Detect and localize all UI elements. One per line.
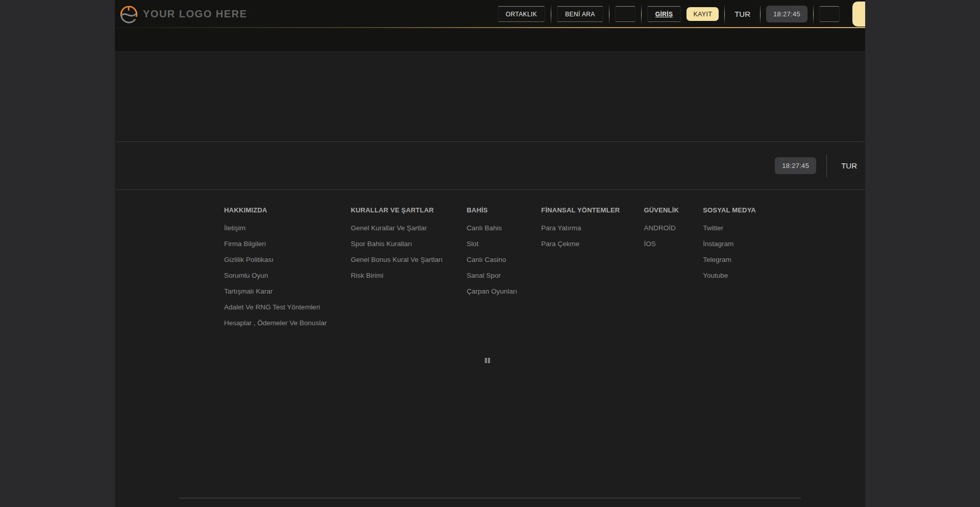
sub-header-strip: [115, 28, 865, 52]
nav-separator: [813, 4, 814, 25]
ortaklik-label: ORTAKLIK: [506, 11, 537, 18]
clock-language-row: 18:27:45 TUR: [115, 142, 865, 190]
footer: HAKKIMIZDAİletişimFirma BilgileriGizlili…: [115, 190, 865, 506]
footer-link[interactable]: Adalet Ve RNG Test Yöntemleri: [224, 304, 327, 311]
footer-column: KURALLAR VE ŞARTLARGenel Kurallar Ve Şar…: [351, 206, 443, 335]
language-selector[interactable]: TUR: [837, 161, 861, 170]
top-nav-bar: YOUR LOGO HERE ORTAKLIK BENİ ARA GİRİŞ K…: [115, 0, 865, 28]
clock-badge: 18:27:45: [766, 6, 807, 22]
row-separator: [826, 155, 827, 177]
logo-text: YOUR LOGO HERE: [143, 8, 247, 20]
nav-separator: [551, 4, 551, 25]
giris-button[interactable]: GİRİŞ: [647, 6, 681, 22]
footer-column-title: KURALLAR VE ŞARTLAR: [351, 206, 443, 214]
footer-column: BAHİSCanlı BahisSlotCanlı CasinoSanal Sp…: [467, 206, 517, 335]
footer-link[interactable]: Twitter: [703, 225, 756, 232]
footer-column-title: BAHİS: [467, 206, 517, 214]
footer-column-title: HAKKIMIZDA: [224, 206, 327, 214]
footer-link[interactable]: Sorumlu Oyun: [224, 272, 327, 279]
gold-divider-line: [115, 27, 865, 28]
footer-column: GÜVENLİKANDROİDİOS: [644, 206, 679, 335]
footer-link[interactable]: Çarpan Oyunları: [467, 288, 517, 295]
top-nav-items: ORTAKLIK BENİ ARA GİRİŞ KAYIT TUR 18:27:…: [498, 0, 865, 28]
giris-label: GİRİŞ: [655, 11, 673, 18]
footer-link[interactable]: Para Yatırma: [541, 225, 620, 232]
footer-link[interactable]: Gizlilik Politikası: [224, 256, 327, 263]
footer-columns: HAKKIMIZDAİletişimFirma BilgileriGizlili…: [115, 190, 865, 335]
footer-column-title: FİNANSAL YÖNTEMLER: [541, 206, 620, 214]
empty-nav-button[interactable]: [819, 6, 840, 22]
footer-link[interactable]: Canlı Casino: [467, 256, 517, 263]
footer-column-title: SOSYAL MEDYA: [703, 206, 756, 214]
page-content: YOUR LOGO HERE ORTAKLIK BENİ ARA GİRİŞ K…: [115, 0, 865, 507]
swoosh-globe-icon: [119, 5, 138, 24]
footer-link[interactable]: ANDROİD: [644, 225, 679, 232]
site-logo[interactable]: YOUR LOGO HERE: [119, 5, 247, 24]
footer-column-title: GÜVENLİK: [644, 206, 679, 214]
kayit-label: KAYIT: [693, 11, 712, 18]
footer-link[interactable]: Telegram: [703, 256, 756, 263]
footer-column: HAKKIMIZDAİletişimFirma BilgileriGizlili…: [224, 206, 327, 335]
footer-link[interactable]: Risk Birimi: [351, 272, 443, 279]
footer-link[interactable]: Firma Bilgileri: [224, 240, 327, 248]
empty-nav-button[interactable]: [615, 6, 635, 22]
broken-image-icon: [484, 357, 491, 364]
footer-link[interactable]: İletişim: [224, 225, 327, 232]
footer-link[interactable]: İnstagram: [703, 240, 756, 248]
footer-link[interactable]: Genel Bonus Kural Ve Şartları: [351, 256, 443, 263]
footer-link[interactable]: Spor Bahis Kuralları: [351, 240, 443, 248]
footer-link[interactable]: Para Çekme: [541, 240, 620, 248]
empty-content-section: [115, 52, 865, 142]
footer-column: FİNANSAL YÖNTEMLERPara YatırmaPara Çekme: [541, 206, 620, 335]
footer-link[interactable]: Sanal Spor: [467, 272, 517, 279]
footer-link[interactable]: Tartışmalı Karar: [224, 288, 327, 295]
cutoff-promo-tab[interactable]: [852, 2, 865, 27]
clock-badge: 18:27:45: [775, 157, 816, 174]
footer-link[interactable]: Canlı Bahis: [467, 225, 517, 232]
footer-link[interactable]: Genel Kurallar Ve Şartlar: [351, 225, 443, 232]
footer-link[interactable]: Slot: [467, 240, 517, 248]
footer-link[interactable]: Youtube: [703, 272, 756, 279]
kayit-button[interactable]: KAYIT: [687, 7, 719, 21]
ortaklik-button[interactable]: ORTAKLIK: [498, 6, 545, 22]
nav-separator: [724, 4, 725, 25]
footer-bottom-divider: [179, 498, 801, 498]
nav-separator: [609, 4, 609, 25]
footer-column: SOSYAL MEDYATwitterİnstagramTelegramYout…: [703, 206, 756, 335]
footer-link[interactable]: Hesaplar , Ödemeler Ve Bonuslar: [224, 320, 327, 327]
nav-separator: [760, 4, 761, 25]
beni-ara-button[interactable]: BENİ ARA: [557, 6, 603, 22]
footer-link[interactable]: İOS: [644, 240, 679, 248]
beni-ara-label: BENİ ARA: [565, 11, 595, 18]
nav-separator: [641, 4, 642, 25]
language-selector[interactable]: TUR: [730, 10, 754, 18]
